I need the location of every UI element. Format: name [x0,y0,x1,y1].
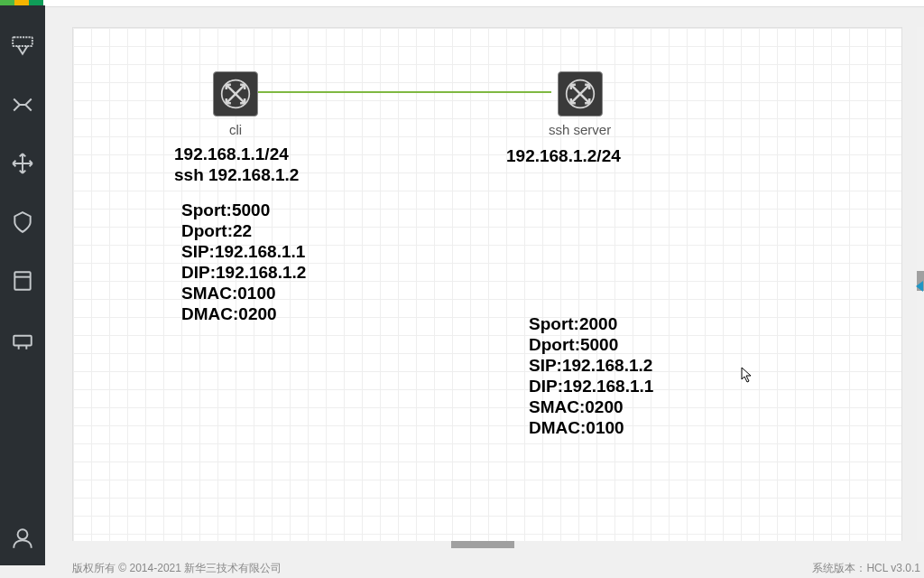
left-smac: SMAC:0100 [181,283,306,303]
left-dport: Dport:22 [181,220,306,241]
horizontal-scrollbar-thumb[interactable] [451,541,514,548]
node-server[interactable]: ssh server [549,71,611,137]
left-sidebar [0,5,45,565]
right-dport: Dport:5000 [529,334,653,355]
right-smac: SMAC:0200 [529,396,653,417]
cli-cmd: ssh 192.168.1.2 [174,164,299,185]
left-sport: Sport:5000 [181,200,306,220]
right-sport: Sport:2000 [529,313,653,334]
svg-rect-1 [14,272,30,290]
version-text: 系统版本：HCL v3.0.1 [812,561,920,576]
svg-rect-0 [13,37,32,46]
right-dip: DIP:192.168.1.1 [529,376,653,396]
svg-point-5 [18,529,28,539]
mouse-cursor [741,367,753,383]
left-sip: SIP:192.168.1.1 [181,241,306,262]
server-ip-text: 192.168.1.2/24 [506,145,621,166]
swap-icon[interactable] [9,91,36,118]
left-dip: DIP:192.168.1.2 [181,262,306,283]
right-dmac: DMAC:0100 [529,417,653,438]
move-icon[interactable] [9,150,36,177]
node-server-label: ssh server [549,122,611,137]
diy-icon[interactable] [9,33,36,60]
footer-bar: 版权所有 © 2014-2021 新华三技术有限公司 系统版本：HCL v3.0… [72,560,920,578]
router-icon [558,71,603,117]
link-cli-server[interactable] [258,91,551,93]
shield-icon[interactable] [9,209,36,236]
top-toolbar [0,0,924,7]
topology-canvas[interactable]: cli ssh server 192.168.1.1/24 ssh 192.16… [72,27,902,542]
user-icon[interactable] [9,525,36,552]
side-panel-toggle[interactable] [915,280,924,293]
left-packet-block: Sport:5000 Dport:22 SIP:192.168.1.1 DIP:… [181,200,306,324]
cli-ip: 192.168.1.1/24 [174,144,299,164]
network-icon[interactable] [9,326,36,353]
server-icon[interactable] [9,267,36,294]
svg-rect-4 [14,336,32,346]
right-sip: SIP:192.168.1.2 [529,355,653,376]
copyright-text: 版权所有 © 2014-2021 新华三技术有限公司 [72,561,282,576]
horizontal-scrollbar[interactable] [72,541,902,548]
cli-ip-text: 192.168.1.1/24 ssh 192.168.1.2 [174,144,299,185]
router-icon [213,71,258,117]
right-packet-block: Sport:2000 Dport:5000 SIP:192.168.1.2 DI… [529,313,653,438]
node-cli-label: cli [229,122,242,137]
node-cli[interactable]: cli [213,71,258,137]
left-dmac: DMAC:0200 [181,303,306,324]
server-ip: 192.168.1.2/24 [506,145,621,166]
